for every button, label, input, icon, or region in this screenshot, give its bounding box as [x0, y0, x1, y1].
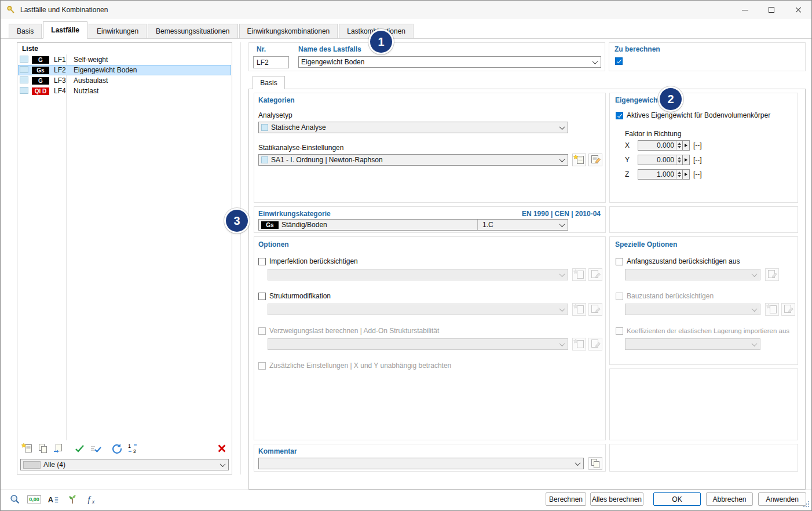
close-button[interactable] — [785, 1, 811, 19]
kategorien-box: Kategorien Analysetyp Statische Analyse … — [254, 93, 606, 203]
analysetyp-label: Analysetyp — [258, 111, 292, 119]
ok-label: OK — [672, 495, 682, 503]
chevron-down-icon — [559, 306, 565, 312]
factor-y-input[interactable]: 0.000 — [638, 155, 683, 165]
list-item-lf1[interactable]: G LF1 Self-weight — [18, 54, 231, 65]
check-all-button[interactable] — [89, 442, 103, 455]
strukturmodifikation-checkbox[interactable] — [258, 293, 266, 300]
resize-grip[interactable] — [802, 500, 810, 509]
verzweigungslast-edit-button — [588, 338, 602, 351]
subtab-basis[interactable]: Basis — [253, 76, 285, 89]
filter-swatch — [23, 461, 41, 469]
units-button[interactable]: A — [46, 492, 61, 506]
abbrechen-button[interactable]: Abbrechen — [706, 492, 753, 506]
strukturmodifikation-select — [268, 304, 568, 315]
load-case-list: G LF1 Self-weight Gs LF2 Eigengewicht Bo… — [18, 54, 231, 96]
panel-splitter[interactable] — [240, 42, 241, 475]
check-selected-button[interactable] — [73, 442, 87, 455]
annotation-number: 2 — [667, 93, 674, 106]
new-icon — [573, 154, 586, 166]
factor-y-value: 0.000 — [638, 155, 676, 165]
tab-einwirkungskombinationen[interactable]: Einwirkungskombinationen — [239, 24, 338, 38]
zusaetzliche-einstellungen-label: Zusätzliche Einstellungen | X und Y unab… — [269, 362, 451, 370]
delete-load-case-button[interactable] — [215, 442, 229, 455]
list-item-lf4[interactable]: QI D LF4 Nutzlast — [18, 86, 231, 96]
refresh-icon — [111, 443, 123, 454]
edit-settings-button[interactable] — [588, 154, 602, 166]
imperfektion-label: Imperfektion berücksichtigen — [269, 257, 358, 265]
delete-icon — [216, 443, 228, 454]
ok-button[interactable]: OK — [653, 492, 701, 506]
new-settings-button[interactable] — [572, 154, 586, 166]
factor-x-input[interactable]: 0.000 — [638, 140, 683, 151]
factor-z-input[interactable]: 1.000 — [638, 169, 683, 180]
nr-value: LF2 — [257, 59, 269, 67]
new-load-case-button[interactable] — [20, 442, 34, 455]
refresh-button[interactable] — [110, 442, 124, 455]
kommentar-copy-button[interactable] — [588, 457, 602, 470]
list-item-lf2[interactable]: Gs LF2 Eigengewicht Boden — [18, 65, 231, 75]
einwirkungskategorie-select[interactable]: Gs Ständig/Boden 1.C — [258, 219, 568, 231]
edit-icon — [766, 269, 778, 280]
imperfektion-checkbox[interactable] — [258, 258, 266, 265]
solve-cell[interactable] — [18, 56, 32, 64]
find-button[interactable] — [8, 492, 23, 506]
display-options-button[interactable] — [65, 492, 80, 506]
annotation-number: 3 — [233, 214, 240, 228]
anwenden-label: Anwenden — [766, 495, 799, 503]
tab-label: Bemessungssituationen — [156, 27, 229, 35]
find-icon — [9, 493, 21, 506]
parameter-picker-button[interactable] — [683, 140, 690, 151]
window-controls — [731, 1, 811, 19]
spinner-buttons[interactable] — [676, 141, 682, 150]
tab-einwirkungen[interactable]: Einwirkungen — [89, 24, 147, 38]
kommentar-input[interactable] — [258, 458, 584, 469]
list-filter-select[interactable]: Alle (4) — [20, 459, 229, 470]
spinner-buttons[interactable] — [676, 155, 682, 165]
alles-berechnen-button[interactable]: Alles berechnen — [590, 492, 643, 506]
parameter-picker-button[interactable] — [683, 169, 690, 180]
anfangszustand-select — [625, 269, 760, 280]
bauzustand-new-button — [765, 303, 779, 316]
header-right-box: Zu berechnen — [609, 42, 806, 71]
anwenden-button[interactable]: Anwenden — [758, 492, 806, 506]
strukturmodifikation-row: Strukturmodifikation — [258, 292, 331, 300]
zusaetzliche-einstellungen-checkbox — [258, 362, 266, 370]
zu-berechnen-checkbox[interactable] — [615, 57, 623, 65]
name-select[interactable]: Eigengewicht Boden — [298, 56, 601, 68]
parameter-picker-button[interactable] — [683, 155, 690, 165]
spinner-buttons[interactable] — [676, 170, 682, 179]
analysetyp-select[interactable]: Statische Analyse — [258, 122, 568, 133]
copy-icon — [36, 443, 49, 454]
koeffizienten-checkbox — [616, 327, 623, 335]
optionen-box: Optionen Imperfektion berücksichtigen St… — [254, 236, 606, 440]
statik-select[interactable]: SA1 - I. Ordnung | Newton-Raphson — [258, 154, 568, 166]
unit-label: [--] — [693, 170, 702, 178]
anfangszustand-checkbox[interactable] — [616, 258, 623, 265]
new-icon — [766, 304, 778, 315]
berechnen-button[interactable]: Berechnen — [546, 492, 586, 506]
import-load-case-button[interactable] — [52, 442, 65, 455]
tab-bemessungssituationen[interactable]: Bemessungssituationen — [148, 24, 237, 38]
alles-berechnen-label: Alles berechnen — [592, 495, 642, 503]
tab-basis[interactable]: Basis — [9, 24, 42, 38]
tab-lastfaelle[interactable]: Lastfälle — [43, 21, 87, 39]
chevron-down-icon — [559, 341, 565, 346]
renumber-button[interactable]: 12 — [126, 442, 140, 455]
spin-up-icon — [678, 171, 681, 174]
nr-field[interactable]: LF2 — [253, 56, 289, 68]
solve-cell[interactable] — [18, 66, 32, 75]
solve-cell[interactable] — [18, 87, 32, 96]
verzweigungslast-checkbox — [258, 327, 266, 335]
solve-cell[interactable] — [18, 76, 32, 85]
copy-load-case-button[interactable] — [36, 442, 50, 455]
minimize-button[interactable] — [731, 1, 758, 19]
chevron-down-icon — [559, 124, 565, 130]
decimal-places-button[interactable]: 0,00 — [27, 492, 42, 506]
chevron-down-icon — [575, 460, 581, 466]
list-item-lf3[interactable]: G LF3 Ausbaulast — [18, 75, 231, 86]
formula-button[interactable]: fx — [84, 492, 99, 506]
load-case-name: Eigengewicht Boden — [68, 66, 231, 74]
aktives-eigengewicht-checkbox[interactable] — [616, 112, 623, 119]
maximize-button[interactable] — [758, 1, 785, 19]
